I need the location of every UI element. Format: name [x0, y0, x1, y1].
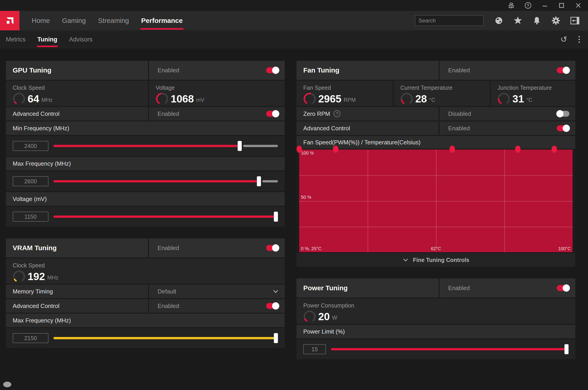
gauge-arc [498, 93, 510, 105]
status-indicator-dot [3, 382, 11, 387]
nav-item-performance[interactable]: Performance [141, 11, 183, 30]
gpu-tuning-toggle[interactable] [266, 67, 279, 73]
gauge-arc [13, 270, 25, 283]
gauge-unit: MHz [47, 272, 58, 281]
fan-curve-point[interactable] [551, 146, 557, 153]
gauge-unit: MHz [41, 95, 52, 103]
gauge-arc [303, 310, 316, 323]
x-axis-max-label: 100°C [558, 246, 571, 251]
main-navbar: Home Gaming Streaming Performance [0, 11, 588, 30]
gpu-voltage-input[interactable]: 1150 [13, 212, 48, 222]
gauge-value: 1068 [171, 93, 194, 105]
vram-max-frequency-slider[interactable] [53, 333, 278, 343]
vram-tuning-toggle[interactable] [266, 245, 279, 251]
vram-tuning-title: VRAM Tuning [6, 244, 57, 252]
close-button[interactable] [570, 0, 587, 11]
gpu-advanced-control-toggle[interactable] [266, 111, 279, 117]
titlebar: ? [0, 0, 588, 11]
nav-item-streaming[interactable]: Streaming [98, 11, 129, 30]
gauge-unit: °C [429, 95, 435, 103]
gauge-label: Junction Temperature [498, 85, 552, 91]
power-limit-slider[interactable] [331, 344, 569, 354]
gauge-value: 2965 [318, 93, 341, 105]
nav-item-home[interactable]: Home [32, 11, 50, 30]
slider-handle[interactable] [274, 333, 278, 343]
fan-curve-chart[interactable]: 100 % 50 % 0 %, 25°C 62°C 100°C [299, 149, 573, 252]
nav-item-gaming[interactable]: Gaming [62, 11, 86, 30]
tab-tuning[interactable]: Tuning [37, 30, 57, 49]
fan-curve-point[interactable] [515, 146, 520, 153]
fan-curve-chart-area: 100 % 50 % 0 %, 25°C 62°C 100°C [297, 149, 575, 252]
tab-advisors[interactable]: Advisors [69, 30, 93, 49]
power-limit-input[interactable]: 15 [303, 344, 326, 354]
performance-subnav: Metrics Tuning Advisors ↺ [0, 30, 588, 49]
vram-clock-speed-gauge: Clock Speed 192 MHz [6, 259, 58, 283]
power-tuning-card: Power Tuning Enabled Power Consumption [297, 279, 575, 359]
settings-gear-icon[interactable] [546, 14, 565, 27]
vram-memory-timing-dropdown[interactable]: Default [149, 285, 285, 298]
gpu-advanced-control-status: Enabled [149, 110, 179, 117]
gpu-max-frequency-slider[interactable] [53, 176, 278, 186]
maximize-button[interactable] [553, 0, 570, 11]
gauge-label: Fan Speed [303, 85, 356, 91]
fan-curve-point[interactable] [297, 146, 302, 153]
left-column: GPU Tuning Enabled Clock Speed [6, 61, 285, 359]
slider-handle[interactable] [564, 344, 569, 354]
gpu-max-frequency-input[interactable]: 2600 [13, 176, 48, 186]
gauge-arc [303, 93, 316, 105]
gpu-min-frequency-slider[interactable] [53, 141, 278, 151]
zero-rpm-toggle[interactable] [557, 111, 569, 117]
gpu-min-frequency-label: Min Frequency (MHz) [6, 125, 69, 132]
slider-handle[interactable] [274, 212, 278, 222]
overflow-menu-icon[interactable] [579, 36, 580, 43]
power-tuning-status: Enabled [439, 285, 470, 292]
power-tuning-toggle[interactable] [557, 285, 569, 291]
reset-icon[interactable]: ↺ [560, 35, 567, 44]
vram-advanced-control-toggle[interactable] [266, 303, 279, 309]
fan-curve-point[interactable] [333, 146, 338, 153]
vram-tuning-status: Enabled [149, 244, 179, 251]
gauge-label: Power Consumption [303, 302, 354, 309]
amd-logo[interactable] [0, 11, 19, 30]
x-axis-mid-label: 62°C [431, 246, 441, 251]
gauge-unit: °C [526, 95, 532, 103]
right-column: Fan Tuning Enabled Fan Speed [297, 61, 575, 359]
gpu-min-frequency-input[interactable]: 2400 [13, 141, 48, 151]
web-globe-icon[interactable] [489, 14, 508, 27]
report-bug-icon[interactable] [503, 0, 520, 11]
favorites-star-icon[interactable] [508, 14, 527, 27]
zero-rpm-help-icon[interactable]: ? [334, 110, 340, 117]
fan-advanced-control-toggle[interactable] [557, 125, 569, 131]
zero-rpm-status: Disabled [439, 110, 471, 117]
fan-curve-point[interactable] [449, 146, 455, 153]
fine-tuning-controls-expander[interactable]: Fine Tuning Controls [297, 253, 575, 267]
minimize-button[interactable] [536, 0, 553, 11]
gauge-value: 28 [415, 93, 427, 105]
search-input[interactable] [419, 17, 489, 24]
nav-item-label: Streaming [98, 17, 129, 24]
fan-tuning-card: Fan Tuning Enabled Fan Speed [297, 61, 575, 267]
gauge-value: 64 [28, 93, 39, 105]
vram-memory-timing-value: Default [149, 288, 176, 295]
tab-label: Metrics [6, 36, 26, 43]
gpu-advanced-control-label: Advanced Control [6, 110, 60, 117]
vram-memory-timing-label: Memory Timing [6, 288, 53, 295]
account-panel-icon[interactable] [565, 14, 584, 27]
vram-tuning-card: VRAM Tuning Enabled Clock Speed [6, 238, 285, 348]
gpu-voltage-slider[interactable] [53, 212, 278, 222]
nav-item-label: Gaming [62, 17, 86, 24]
power-limit-label: Power Limit (%) [297, 328, 345, 335]
notifications-bell-icon[interactable] [527, 14, 546, 27]
help-icon[interactable]: ? [520, 0, 536, 11]
nav-right-tools [415, 14, 588, 27]
slider-handle[interactable] [238, 141, 242, 151]
slider-handle[interactable] [257, 176, 261, 186]
fan-tuning-toggle[interactable] [557, 67, 569, 73]
subnav-tools: ↺ [560, 35, 588, 44]
gauge-value: 192 [28, 270, 45, 283]
fan-advanced-control-label: Advanced Control [297, 125, 350, 132]
search-box[interactable] [415, 15, 483, 26]
vram-max-frequency-input[interactable]: 2150 [13, 333, 48, 343]
gauge-label: Clock Speed [13, 85, 53, 91]
tab-metrics[interactable]: Metrics [6, 30, 26, 49]
